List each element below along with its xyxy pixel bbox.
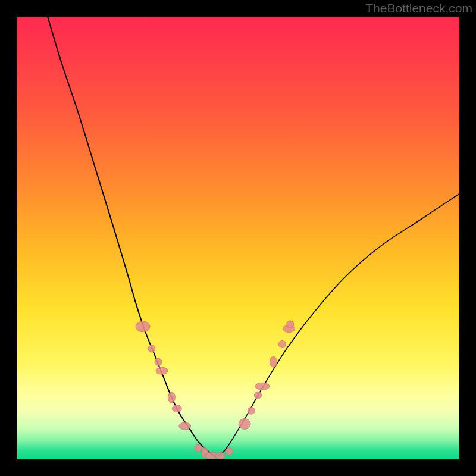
sample-point xyxy=(226,448,233,455)
curve-left-branch xyxy=(48,17,216,457)
curve-right-branch xyxy=(216,194,459,458)
sample-point xyxy=(172,405,181,412)
sample-point xyxy=(255,383,270,390)
sample-point xyxy=(278,341,286,348)
watermark-text: TheBottleneck.com xyxy=(365,1,472,15)
sample-point xyxy=(168,392,175,403)
sample-point xyxy=(148,345,155,352)
sample-point-markers xyxy=(136,321,295,459)
outer-frame: TheBottleneck.com xyxy=(0,0,476,476)
sample-point xyxy=(215,452,225,459)
sample-point xyxy=(248,407,255,414)
sample-point xyxy=(179,422,191,430)
sample-point xyxy=(239,418,250,429)
sample-point xyxy=(155,358,162,365)
sample-point xyxy=(270,356,277,367)
plot-area xyxy=(17,17,459,459)
sample-point xyxy=(287,321,294,328)
sample-point xyxy=(195,444,202,452)
sample-point xyxy=(254,392,261,399)
sample-point xyxy=(136,321,150,332)
chart-svg xyxy=(17,17,459,459)
sample-point xyxy=(156,367,168,374)
